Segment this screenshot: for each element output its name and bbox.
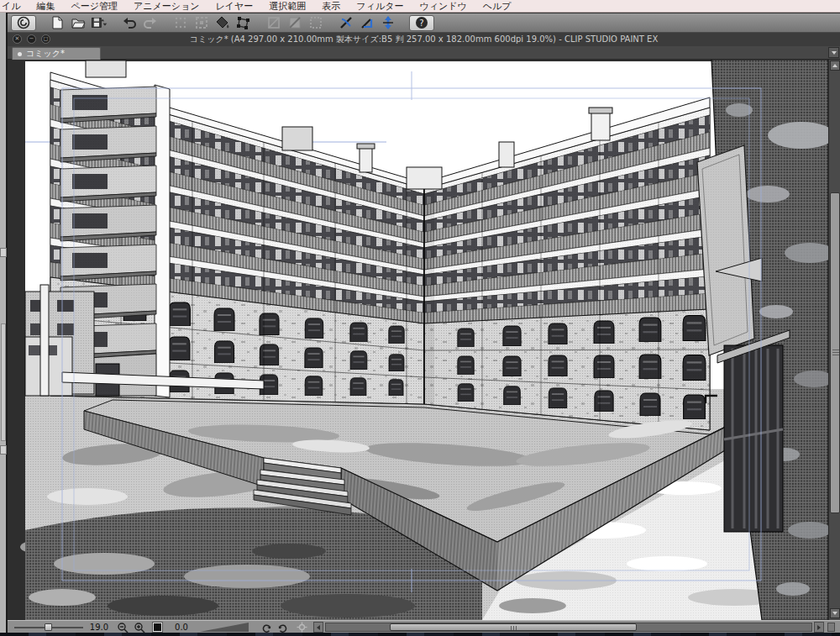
vertical-scrollbar[interactable] <box>828 60 840 620</box>
layer-clip-button[interactable] <box>286 15 304 31</box>
menu-item-view[interactable]: 表示 <box>322 0 340 13</box>
help-icon: ? <box>414 15 429 30</box>
window-titlebar[interactable]: ✕ − ◻ コミック* (A4 297.00 x 210.00mm 製本サイズ:… <box>8 33 840 46</box>
canvas-viewport[interactable] <box>8 60 828 620</box>
window-controls: ✕ − ◻ <box>13 34 50 44</box>
window-title: コミック* (A4 297.00 x 210.00mm 製本サイズ:B5 判 2… <box>8 34 840 45</box>
undo-arrow-icon <box>122 15 137 30</box>
fill-button[interactable] <box>213 15 232 31</box>
new-file-icon <box>50 15 65 30</box>
canvas-artwork <box>12 60 828 620</box>
svg-text:?: ? <box>419 18 423 28</box>
menu-item-page-manage[interactable]: ページ管理 <box>71 0 118 13</box>
vertical-scroll-thumb[interactable] <box>830 192 840 513</box>
help-button[interactable]: ? <box>409 15 434 31</box>
arrow-left-icon <box>317 625 320 630</box>
rotate-ccw-button[interactable] <box>260 622 273 633</box>
layer-mask-button[interactable] <box>265 15 283 31</box>
scrollbar-corner <box>827 623 835 632</box>
desktop-strip <box>0 633 840 636</box>
chevron-down-icon <box>832 51 837 55</box>
menubar: イル 編集 ページ管理 アニメーション レイヤー 選択範囲 表示 フィルター ウ… <box>0 0 840 13</box>
horizontal-scroll-thumb[interactable] <box>390 623 637 631</box>
arrow-down-icon <box>832 612 837 615</box>
snap-grid-button[interactable] <box>379 15 397 31</box>
snap-ruler-button[interactable] <box>337 15 355 31</box>
screen: イル 編集 ページ管理 アニメーション レイヤー 選択範囲 表示 フィルター ウ… <box>0 0 840 636</box>
erase-outside-selection-button[interactable] <box>192 15 211 31</box>
reset-view-icon <box>297 622 307 633</box>
transform-button[interactable] <box>234 15 253 31</box>
left-palette-sliver[interactable] <box>0 13 8 636</box>
tab-comic[interactable]: コミック* <box>12 47 101 60</box>
menu-item-edit[interactable]: 編集 <box>37 0 55 13</box>
palette-mini-button[interactable] <box>0 248 7 257</box>
zoom-in-button[interactable] <box>132 622 147 633</box>
arrow-right-icon <box>817 625 821 630</box>
fit-to-screen-button[interactable] <box>150 622 164 633</box>
open-folder-icon <box>71 15 86 30</box>
palette-mini-button2[interactable] <box>0 445 7 455</box>
magnifier-plus-icon <box>134 622 145 633</box>
zoom-out-button[interactable] <box>115 622 130 633</box>
scroll-up-button[interactable] <box>830 60 840 71</box>
clip-studio-logo-button[interactable] <box>11 15 36 31</box>
new-canvas-button[interactable] <box>48 15 66 31</box>
dotted-frame-icon <box>194 15 209 30</box>
tab-list-button[interactable] <box>828 47 839 58</box>
dotted-square-icon <box>308 15 323 30</box>
horizontal-scrollbar[interactable] <box>325 623 812 632</box>
open-file-button[interactable] <box>69 15 87 31</box>
menu-item-window[interactable]: ウィンドウ <box>419 0 466 13</box>
menu-item-filter[interactable]: フィルター <box>356 0 403 13</box>
rotation-ramp-icon <box>200 623 249 632</box>
save-floppy-icon <box>91 15 108 30</box>
snap-grid-icon <box>381 15 396 30</box>
rotation-slider[interactable] <box>199 622 249 633</box>
close-button[interactable]: ✕ <box>13 34 22 44</box>
dotted-erase-icon <box>173 15 188 30</box>
menu-item-selection[interactable]: 選択範囲 <box>269 0 306 13</box>
paint-bucket-icon <box>215 15 230 30</box>
undo-button[interactable] <box>120 15 139 31</box>
menu-item-help[interactable]: ヘルプ <box>483 0 512 13</box>
layer-lock-button[interactable] <box>307 15 325 31</box>
filled-slashed-square-icon <box>287 15 302 30</box>
minimize-button[interactable]: − <box>27 34 36 44</box>
menu-item-file[interactable]: イル <box>2 0 21 13</box>
magnifier-minus-icon <box>117 622 129 633</box>
erase-button[interactable] <box>171 15 190 31</box>
rotate-ccw-icon <box>261 622 272 633</box>
rotation-value: 0.0 <box>169 622 194 633</box>
slashed-square-icon <box>266 15 281 30</box>
hscroll-left-button[interactable] <box>313 622 323 633</box>
reset-view-button[interactable] <box>295 622 308 633</box>
menu-item-layer[interactable]: レイヤー <box>216 0 254 13</box>
zoom-value: 19.0 <box>85 622 113 633</box>
tab-label: コミック* <box>26 48 65 60</box>
snap-special-ruler-button[interactable] <box>358 15 376 31</box>
maximize-button[interactable]: ◻ <box>41 34 50 44</box>
redo-button[interactable] <box>141 15 160 31</box>
save-button[interactable] <box>90 15 108 31</box>
rotate-cw-icon <box>277 622 288 633</box>
menu-item-animation[interactable]: アニメーション <box>134 0 200 13</box>
arrow-up-icon <box>832 64 837 67</box>
status-bar: 19.0 0.0 <box>8 620 840 633</box>
snap-ruler-icon <box>339 15 354 30</box>
scroll-down-button[interactable] <box>830 608 840 618</box>
snap-special-ruler-icon <box>360 15 375 30</box>
rotate-cw-button[interactable] <box>276 622 289 633</box>
tab-modified-dot-icon <box>18 52 22 56</box>
zoom-slider-handle[interactable] <box>45 623 52 631</box>
clip-studio-logo-icon <box>16 15 31 30</box>
redo-arrow-icon <box>143 15 158 30</box>
hscroll-right-button[interactable] <box>814 622 824 633</box>
command-bar: ? <box>8 13 840 33</box>
palette-mini-scrollbar[interactable] <box>1 323 6 441</box>
tab-strip: コミック* <box>8 46 840 60</box>
transform-mesh-icon <box>236 15 251 30</box>
fit-screen-icon <box>153 623 162 632</box>
